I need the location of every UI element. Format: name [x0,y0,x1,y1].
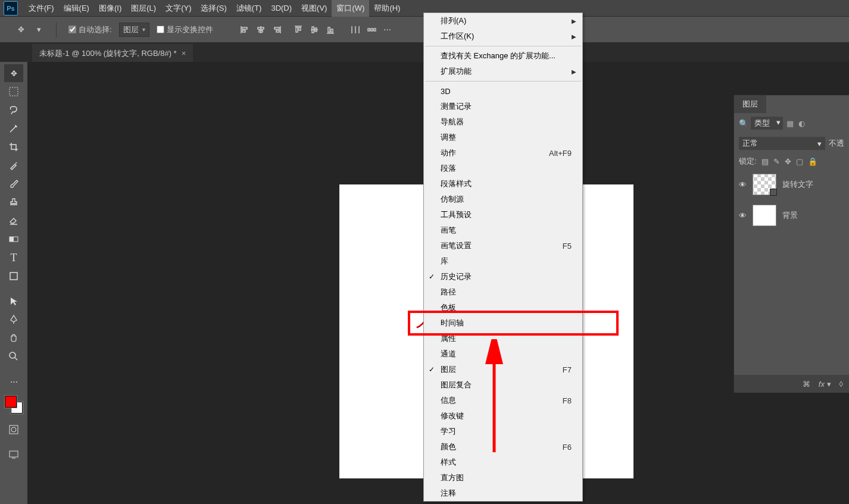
menu-type[interactable]: 文字(Y) [161,0,196,17]
menu-window[interactable]: 窗口(W) [332,0,369,17]
menu-item[interactable]: 段落样式 [424,176,582,192]
filter-pixel-icon[interactable]: ▦ [786,119,794,128]
align-vcenter-icon[interactable] [307,22,322,37]
menu-item[interactable]: 属性 [424,331,582,346]
lock-transparency-icon[interactable]: ▨ [761,157,769,166]
type-tool-icon[interactable]: T [4,249,23,267]
quickmask-icon[interactable] [4,421,23,439]
menu-item[interactable]: 样式 [424,455,582,470]
menu-item[interactable]: 调整 [424,130,582,145]
layers-kind-filter[interactable]: 🔍 类型 [739,117,783,130]
menu-item[interactable]: 测量记录 [424,99,582,114]
menu-item[interactable]: 段落 [424,161,582,176]
menu-item[interactable]: 画笔设置F5 [424,238,582,253]
menu-item[interactable]: 仿制源 [424,192,582,207]
show-transform-checkbox[interactable]: 显示变换控件 [157,24,213,35]
edit-toolbar-icon[interactable]: ⋯ [4,372,23,390]
layer-thumbnail[interactable] [753,174,776,195]
menu-image[interactable]: 图像(I) [94,0,126,17]
menu-item[interactable]: 扩展功能 [424,64,582,79]
shape-tool-icon[interactable] [4,267,23,285]
foreground-color-swatch[interactable] [5,396,17,408]
crop-tool-icon[interactable] [4,138,23,156]
menu-item[interactable]: 颜色F6 [424,439,582,455]
align-bottom-icon[interactable] [323,22,338,37]
menu-file[interactable]: 文件(F) [24,0,59,17]
menu-item[interactable]: 通道 [424,346,582,362]
lock-all-icon[interactable]: 🔒 [808,157,817,166]
blend-mode-select[interactable]: 正常 ▾ [739,137,825,150]
visibility-toggle-icon[interactable]: 👁 [739,211,747,220]
lock-artboard-icon[interactable]: ▢ [796,157,803,166]
layer-fx-icon[interactable]: fx ▾ [819,380,831,389]
layer-name[interactable]: 背景 [782,210,798,221]
menu-item[interactable]: 画笔 [424,223,582,238]
align-left-icon[interactable] [237,22,252,37]
visibility-toggle-icon[interactable]: 👁 [739,180,747,189]
hand-tool-icon[interactable] [4,329,23,347]
menu-item[interactable]: 排列(A) [424,13,582,29]
layers-tab[interactable]: 图层 [734,95,766,113]
menu-3d[interactable]: 3D(D) [266,0,296,17]
layer-thumbnail[interactable] [753,205,776,226]
eyedropper-tool-icon[interactable] [4,156,23,174]
menu-item[interactable]: 时间轴 [424,315,582,331]
menu-edit[interactable]: 编辑(E) [59,0,94,17]
distribute-h-icon[interactable] [348,22,363,37]
gradient-tool-icon[interactable] [4,230,23,248]
menu-item[interactable]: 工作区(K) [424,29,582,44]
screenmode-icon[interactable] [4,446,23,464]
layer-mask-icon[interactable]: ◊ [839,380,843,389]
auto-select-target[interactable]: 图层 ▾ [119,23,149,37]
eraser-tool-icon[interactable] [4,212,23,230]
marquee-tool-icon[interactable] [4,83,23,101]
align-hcenter-icon[interactable] [253,22,269,37]
lock-paint-icon[interactable]: ✎ [773,157,780,166]
align-right-icon[interactable] [269,22,285,37]
menu-layer[interactable]: 图层(L) [126,0,161,17]
menu-item[interactable]: 工具预设 [424,207,582,223]
filter-adjust-icon[interactable]: ◐ [798,119,805,128]
menu-item[interactable]: 路径 [424,284,582,300]
chevron-down-icon[interactable]: ▾ [33,24,44,35]
menu-item[interactable]: 图层复合 [424,377,582,393]
link-layers-icon[interactable]: ⌘ [803,380,810,389]
menu-item[interactable]: 导航器 [424,114,582,130]
menu-item[interactable]: 修改键 [424,408,582,424]
distribute-icon[interactable] [364,22,379,37]
menu-item[interactable]: 色板 [424,300,582,315]
zoom-tool-icon[interactable] [4,348,23,365]
stamp-tool-icon[interactable] [4,193,23,211]
close-icon[interactable]: × [182,49,186,58]
align-top-icon[interactable] [291,22,306,37]
path-select-tool-icon[interactable] [4,292,23,310]
wand-tool-icon[interactable] [4,120,23,137]
lock-position-icon[interactable]: ✥ [785,157,791,166]
move-tool-icon[interactable]: ✥ [4,64,23,82]
menu-view[interactable]: 视图(V) [296,0,332,17]
menu-item[interactable]: 学习 [424,424,582,439]
menu-item[interactable]: 信息F8 [424,393,582,408]
layer-name[interactable]: 旋转文字 [782,179,813,190]
menu-item[interactable]: ✓图层F7 [424,362,582,377]
menu-item[interactable]: 注释 [424,486,582,501]
lasso-tool-icon[interactable] [4,101,23,119]
menu-item[interactable]: 库 [424,253,582,269]
menu-help[interactable]: 帮助(H) [369,0,405,17]
menu-item[interactable]: 动作Alt+F9 [424,145,582,161]
more-icon[interactable]: ⋯ [380,22,395,37]
menu-select[interactable]: 选择(S) [196,0,231,17]
menu-item[interactable]: ✓历史记录 [424,269,582,284]
menu-item[interactable]: 3D [424,83,582,99]
auto-select-checkbox[interactable]: 自动选择: [68,24,112,35]
color-swatch[interactable] [5,396,23,414]
menu-item[interactable]: 直方图 [424,470,582,486]
pen-tool-icon[interactable] [4,311,23,328]
menu-item[interactable]: 查找有关 Exchange 的扩展功能... [424,48,582,64]
document-tab[interactable]: 未标题-1 @ 100% (旋转文字, RGB/8#) * × [32,44,193,62]
menu-filter[interactable]: 滤镜(T) [232,0,267,17]
brush-tool-icon[interactable] [4,175,23,193]
layers-kind-value[interactable]: 类型 [751,117,783,130]
layer-row[interactable]: 👁旋转文字 [734,169,849,200]
layer-row[interactable]: 👁背景 [734,200,849,231]
